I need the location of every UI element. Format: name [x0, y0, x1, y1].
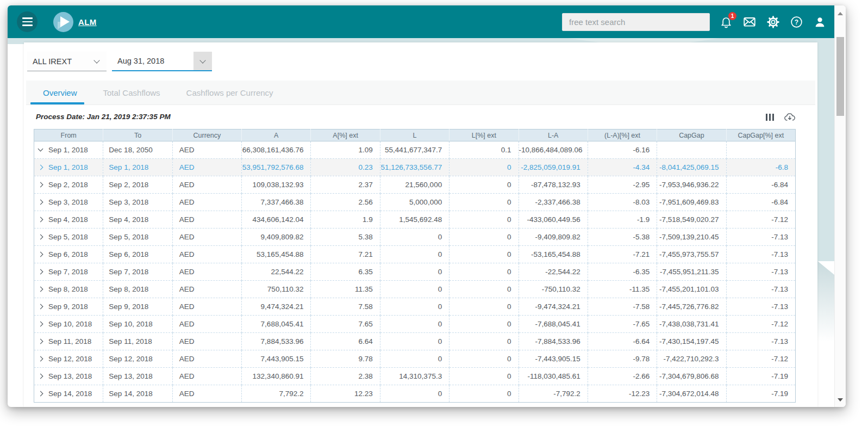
table-row[interactable]: Sep 7, 2018Sep 7, 2018AED22,544.226.3500…	[34, 263, 796, 281]
cell-value: -7,688,045.41	[519, 316, 588, 333]
cell-from: Sep 3, 2018	[34, 194, 103, 211]
table-row[interactable]: Sep 4, 2018Sep 4, 2018AED434,606,142.041…	[34, 211, 796, 229]
tab-total-cashflows[interactable]: Total Cashflows	[94, 81, 170, 104]
column-header-l-ext[interactable]: L[%] ext	[449, 129, 519, 141]
user-profile-icon[interactable]	[813, 15, 827, 29]
settings-gear-icon[interactable]	[766, 15, 780, 29]
cell-value: -9,474,324.21	[519, 298, 588, 316]
fund-selector-value: ALL IREXT	[27, 57, 95, 66]
expand-row-icon[interactable]	[38, 304, 43, 310]
expand-row-icon[interactable]	[38, 269, 43, 275]
expand-row-icon[interactable]	[38, 287, 43, 292]
chevron-down-icon	[93, 57, 99, 63]
cell-value: -750,110.32	[519, 281, 588, 298]
fund-selector-dropdown[interactable]: ALL IREXT	[27, 52, 107, 71]
scroll-down-arrow-icon[interactable]	[838, 398, 843, 402]
cell-value: 14,310,375.3	[380, 368, 449, 385]
cell-value: 66,308,161,436.76	[242, 141, 311, 159]
cell-value: 0	[380, 316, 449, 333]
cell-to: Sep 10, 2018	[103, 316, 172, 333]
table-row[interactable]: Sep 8, 2018Sep 8, 2018AED750,110.3211.35…	[34, 281, 796, 298]
tab-overview[interactable]: Overview	[34, 81, 86, 104]
app-bar: ALM 1	[8, 5, 834, 38]
messages-envelope-icon[interactable]	[742, 15, 757, 29]
column-header-l[interactable]: L	[380, 129, 449, 141]
search-input[interactable]	[562, 13, 710, 31]
cell-value: 6.64	[311, 333, 380, 350]
collapse-row-icon[interactable]	[38, 146, 43, 152]
cell-value: 0	[449, 159, 519, 176]
cell-value: -7.13	[726, 298, 795, 316]
background-decor-right-fade	[816, 260, 834, 342]
column-chooser-icon[interactable]	[766, 114, 775, 121]
cell-to: Sep 11, 2018	[103, 333, 172, 350]
scrollbar-thumb[interactable]	[836, 37, 844, 116]
table-row[interactable]: Sep 1, 2018Sep 1, 2018AED53,951,792,576.…	[34, 159, 796, 176]
table-row[interactable]: Sep 5, 2018Sep 5, 2018AED9,409,809.825.3…	[34, 229, 796, 246]
column-header-a[interactable]: A	[242, 129, 311, 141]
cell-value: 434,606,142.04	[242, 211, 311, 229]
tab-cashflows-per-currency[interactable]: Cashflows per Currency	[177, 81, 283, 104]
table-row[interactable]: Sep 13, 2018Sep 13, 2018AED132,340,860.9…	[34, 368, 796, 385]
hamburger-menu-icon[interactable]	[17, 11, 38, 32]
play-logo-icon[interactable]	[53, 12, 73, 32]
table-row[interactable]: Sep 3, 2018Sep 3, 2018AED7,337,466.382.5…	[34, 194, 796, 211]
cell-value: -6.64	[588, 333, 657, 350]
date-selector-button[interactable]	[193, 52, 212, 70]
table-row[interactable]: Sep 11, 2018Sep 11, 2018AED7,884,533.966…	[34, 333, 796, 350]
cell-value: -9.78	[588, 350, 657, 368]
from-date-text: Sep 7, 2018	[48, 268, 88, 276]
from-date-text: Sep 5, 2018	[48, 233, 88, 241]
date-selector-dropdown[interactable]: Aug 31, 2018	[112, 52, 212, 71]
expand-row-icon[interactable]	[38, 339, 43, 344]
cell-currency: AED	[172, 350, 241, 368]
expand-row-icon[interactable]	[38, 252, 43, 257]
expand-row-icon[interactable]	[38, 200, 43, 205]
cell-value: -433,060,449.56	[519, 211, 588, 229]
column-header-currency[interactable]: Currency	[172, 129, 241, 141]
expand-row-icon[interactable]	[38, 234, 43, 240]
expand-row-icon[interactable]	[38, 182, 43, 188]
cell-currency: AED	[172, 141, 241, 159]
expand-row-icon[interactable]	[38, 165, 43, 170]
cell-value: 5.38	[311, 229, 380, 246]
expand-row-icon[interactable]	[38, 322, 43, 327]
cell-value: 55,441,677,347.7	[380, 141, 449, 159]
cell-value: 7,337,466.38	[242, 194, 311, 211]
table-row[interactable]: Sep 10, 2018Sep 10, 2018AED7,688,045.417…	[34, 316, 796, 333]
table-row[interactable]: Sep 14, 2018Sep 14, 2018AED7,792.212.230…	[34, 385, 796, 403]
expand-row-icon[interactable]	[38, 374, 43, 379]
column-header-l-a[interactable]: L-A	[519, 129, 588, 141]
column-header-capgap-ext[interactable]: CapGap[%] ext	[726, 129, 795, 141]
scroll-up-arrow-icon[interactable]	[838, 12, 843, 15]
expand-row-icon[interactable]	[38, 217, 43, 223]
column-header-capgap[interactable]: CapGap	[657, 129, 726, 141]
table-row[interactable]: Sep 6, 2018Sep 6, 2018AED53,165,454.887.…	[34, 246, 796, 263]
cell-value: 7,688,045.41	[242, 316, 311, 333]
help-icon[interactable]: ?	[789, 15, 803, 29]
column-header-l-a-ext[interactable]: (L-A)[%] ext	[588, 129, 657, 141]
cell-value: -7,953,946,936.22	[657, 176, 726, 194]
cell-to: Sep 1, 2018	[103, 159, 172, 176]
column-header-from[interactable]: From	[34, 129, 103, 141]
column-header-a-ext[interactable]: A[%] ext	[311, 129, 380, 141]
table-row[interactable]: Sep 1, 2018Dec 18, 2050AED66,308,161,436…	[34, 141, 796, 159]
column-header-to[interactable]: To	[103, 129, 172, 141]
table-row[interactable]: Sep 12, 2018Sep 12, 2018AED7,443,905.159…	[34, 350, 796, 368]
table-row[interactable]: Sep 2, 2018Sep 2, 2018AED109,038,132.932…	[34, 176, 796, 194]
cell-value: 51,126,733,556.77	[380, 159, 449, 176]
expand-row-icon[interactable]	[38, 391, 43, 397]
page-scrollbar[interactable]	[834, 5, 846, 407]
app-title-link[interactable]: ALM	[78, 17, 97, 27]
cell-value: -7.13	[726, 281, 795, 298]
cell-value: 0	[449, 316, 519, 333]
cell-from: Sep 13, 2018	[34, 368, 103, 385]
notifications-bell-icon[interactable]: 1	[719, 15, 733, 29]
cell-value: -6.84	[726, 176, 795, 194]
cell-value: 109,038,132.93	[242, 176, 311, 194]
expand-row-icon[interactable]	[38, 356, 43, 362]
table-row[interactable]: Sep 9, 2018Sep 9, 2018AED9,474,324.217.5…	[34, 298, 796, 316]
from-date-text: Sep 8, 2018	[48, 285, 88, 293]
cloud-download-icon[interactable]	[784, 112, 796, 122]
cell-value: 12.23	[311, 385, 380, 403]
